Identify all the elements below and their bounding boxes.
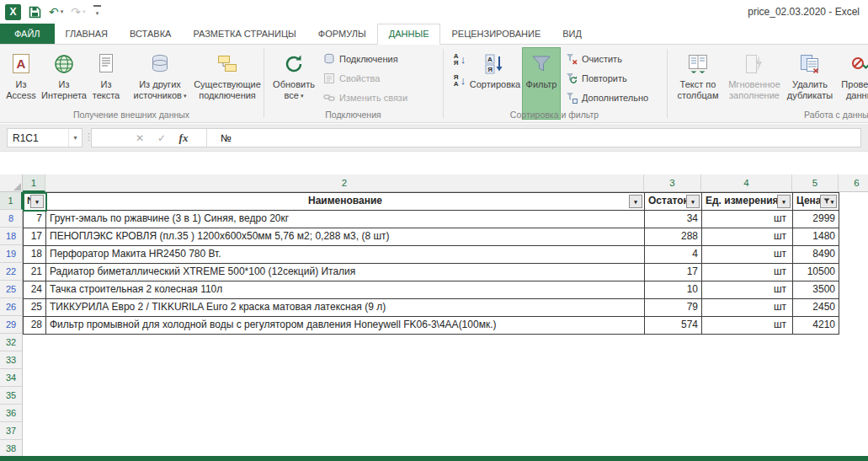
- cell[interactable]: шт: [702, 228, 793, 246]
- ribbon: A Из Access Из Интернета Из текста Из др…: [0, 45, 868, 123]
- row-header-22[interactable]: 22: [0, 263, 23, 281]
- cell[interactable]: шт: [702, 299, 793, 317]
- tab-home[interactable]: ГЛАВНАЯ: [55, 24, 119, 44]
- cell[interactable]: Тачка строительная 2 колесная 110л: [46, 281, 645, 299]
- tab-data[interactable]: ДАННЫЕ: [377, 24, 441, 45]
- filter-dropdown-qty[interactable]: ▾: [686, 195, 700, 208]
- cell[interactable]: 18: [24, 246, 46, 264]
- row-header-26[interactable]: 26: [0, 298, 23, 316]
- tab-file[interactable]: ФАЙЛ: [0, 24, 55, 44]
- row-header-19[interactable]: 19: [0, 245, 23, 263]
- cell[interactable]: 2450: [793, 299, 839, 317]
- tab-page-layout[interactable]: РАЗМЕТКА СТРАНИЦЫ: [182, 24, 306, 44]
- group-label-connections: Подключения: [264, 110, 442, 120]
- col-header-5[interactable]: 5: [792, 174, 839, 192]
- col-header-1[interactable]: 1: [23, 174, 45, 192]
- row-header-1[interactable]: 1: [0, 192, 23, 210]
- cell[interactable]: 21: [24, 264, 46, 281]
- filter-dropdown-price-active[interactable]: ▾: [820, 195, 837, 208]
- cell[interactable]: шт: [702, 281, 793, 299]
- cell[interactable]: 1480: [793, 228, 839, 246]
- advanced-filter-button[interactable]: Дополнительно: [566, 90, 648, 105]
- row-header-37[interactable]: 37: [0, 422, 23, 440]
- cell[interactable]: ПЕНОПЛЭКС КРОВЛЯ (пл.35 ) 1200x600x50мм …: [46, 228, 645, 246]
- cell[interactable]: Остаток▾: [645, 193, 702, 211]
- cell[interactable]: Наименование▾: [46, 193, 645, 211]
- cell[interactable]: №▾: [24, 193, 46, 211]
- qat-customize-button[interactable]: ▾: [93, 5, 101, 19]
- cell[interactable]: 7: [24, 211, 46, 228]
- sort-ascending-button[interactable]: АЯ ↓: [449, 50, 471, 69]
- cell[interactable]: 17: [24, 228, 46, 246]
- label: Из других: [139, 79, 181, 90]
- properties-button[interactable]: Свойства: [323, 71, 380, 86]
- cell[interactable]: шт: [702, 211, 793, 228]
- insert-function-button[interactable]: fx: [173, 131, 194, 145]
- row-header-33[interactable]: 33: [0, 351, 23, 369]
- cell[interactable]: Грунт-эмаль по ржавчине (3 в 1) Синяя, в…: [46, 211, 645, 228]
- cell[interactable]: 288: [645, 228, 702, 246]
- cell[interactable]: 4: [645, 246, 702, 264]
- reapply-filter-button[interactable]: Повторить: [566, 71, 627, 86]
- access-database-icon: A: [11, 51, 31, 77]
- row-header-32[interactable]: 32: [0, 334, 23, 351]
- cell[interactable]: 10500: [793, 264, 839, 281]
- redo-button[interactable]: ↷▾: [71, 6, 85, 18]
- cell[interactable]: 10: [645, 281, 702, 299]
- cell[interactable]: 25: [24, 299, 46, 317]
- formula-input[interactable]: №: [207, 132, 232, 144]
- filter-dropdown-id[interactable]: ▾: [30, 195, 44, 208]
- cell[interactable]: шт: [702, 246, 793, 264]
- row-header-34[interactable]: 34: [0, 369, 23, 387]
- row-header-38[interactable]: 38: [0, 440, 23, 458]
- cell[interactable]: 24: [24, 281, 46, 299]
- connections-button[interactable]: Подключения: [323, 51, 398, 67]
- save-button[interactable]: [29, 6, 41, 19]
- cell[interactable]: Радиатор биметаллический XTREME 500*100 …: [46, 264, 645, 281]
- cell[interactable]: Фильтр промывной для холодной воды с рег…: [46, 317, 645, 335]
- filter-dropdown-name[interactable]: ▾: [629, 195, 642, 208]
- row-header-35[interactable]: 35: [0, 387, 23, 405]
- clear-filter-button[interactable]: Очистить: [566, 51, 622, 67]
- cell[interactable]: 28: [24, 317, 46, 335]
- cell[interactable]: Ед. измерения▾: [702, 193, 793, 211]
- text-to-columns-button[interactable]: Текст по столбцам: [672, 47, 724, 120]
- cell[interactable]: шт: [702, 264, 793, 281]
- cell[interactable]: 8490: [793, 246, 839, 264]
- col-header-6[interactable]: 6: [839, 174, 868, 192]
- row-header-29[interactable]: 29: [0, 316, 23, 334]
- tab-formulas[interactable]: ФОРМУЛЫ: [307, 24, 377, 44]
- cell[interactable]: Перфоратор Макита HR2450 780 Вт.: [46, 246, 645, 264]
- sort-descending-button[interactable]: ЯА ↓: [449, 71, 471, 90]
- name-box-dropdown[interactable]: ▾: [68, 129, 82, 147]
- tab-view[interactable]: ВИД: [551, 24, 593, 44]
- properties-icon: [323, 72, 335, 84]
- select-all-corner[interactable]: [0, 174, 23, 192]
- col-header-3[interactable]: 3: [644, 174, 701, 192]
- row-header-36[interactable]: 36: [0, 405, 23, 422]
- cancel-button[interactable]: ✕: [129, 132, 151, 144]
- name-box[interactable]: R1C1 ▾: [7, 128, 83, 147]
- tab-review[interactable]: РЕЦЕНЗИРОВАНИЕ: [440, 24, 551, 44]
- cell[interactable]: 79: [645, 299, 702, 317]
- tab-insert[interactable]: ВСТАВКА: [119, 24, 182, 44]
- col-header-4[interactable]: 4: [701, 174, 792, 192]
- col-header-2[interactable]: 2: [45, 174, 644, 192]
- cell[interactable]: 17: [645, 264, 702, 281]
- cell[interactable]: 4210: [793, 317, 839, 335]
- cell[interactable]: 2999: [793, 211, 839, 228]
- filter-dropdown-unit[interactable]: ▾: [777, 195, 791, 208]
- undo-button[interactable]: ↶▾: [49, 6, 63, 18]
- cell[interactable]: шт: [702, 317, 793, 335]
- label: Удалить: [792, 79, 828, 90]
- row-header-25[interactable]: 25: [0, 281, 23, 298]
- cell[interactable]: 574: [645, 317, 702, 335]
- enter-button[interactable]: ✓: [151, 132, 173, 144]
- cell[interactable]: ТИККУРИЛА Евро 2 / TIKKURILA Euro 2 крас…: [46, 299, 645, 317]
- cell[interactable]: Цена▾: [793, 193, 839, 211]
- row-header-8[interactable]: 8: [0, 210, 23, 228]
- cell[interactable]: 34: [645, 211, 702, 228]
- row-header-18[interactable]: 18: [0, 228, 23, 245]
- edit-links-button[interactable]: Изменить связи: [323, 90, 407, 105]
- cell[interactable]: 3500: [793, 281, 839, 299]
